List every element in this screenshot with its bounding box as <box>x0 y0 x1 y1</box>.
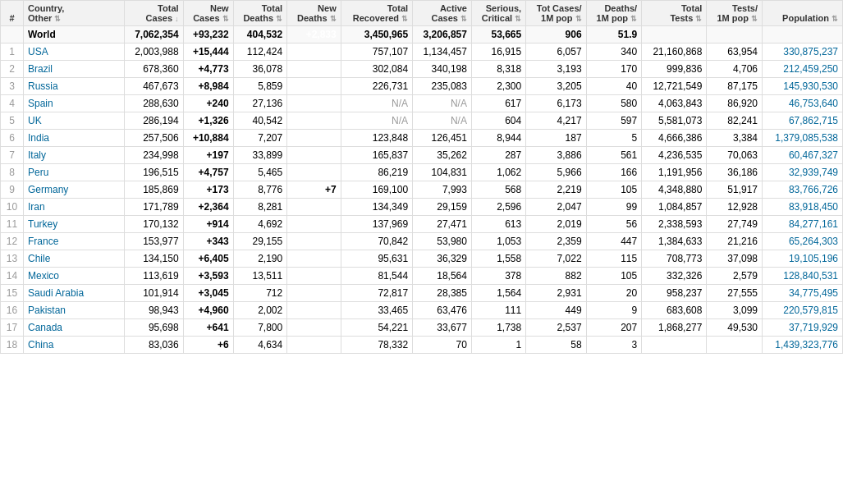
total-deaths: 40,542 <box>233 112 287 130</box>
tests-per-pop <box>707 337 763 354</box>
total-recovered: N/A <box>341 112 412 130</box>
country-name[interactable]: Chile <box>24 250 125 268</box>
total-tests: 12,721,549 <box>642 78 707 95</box>
table-row: 18China83,036+64,63478,3327015831,439,32… <box>1 337 843 354</box>
col-country[interactable]: Country, Other ⇅ <box>24 1 125 26</box>
total-recovered: 302,084 <box>341 61 412 78</box>
new-deaths: +72 <box>287 199 341 216</box>
serious-critical: 1,062 <box>471 164 525 181</box>
col-total-cases[interactable]: Total Cases ↓ <box>124 1 183 26</box>
world-new-deaths: +2,833 <box>287 26 341 44</box>
total-deaths: 33,899 <box>233 147 287 164</box>
col-total-deaths[interactable]: Total Deaths ⇅ <box>233 1 287 26</box>
total-tests: 2,338,593 <box>642 216 707 233</box>
total-deaths: 4,634 <box>233 337 287 354</box>
row-num: 15 <box>1 285 24 302</box>
tests-per-pop: 70,063 <box>707 147 763 164</box>
row-num: 11 <box>1 216 24 233</box>
country-name[interactable]: Russia <box>24 78 125 95</box>
col-new-deaths[interactable]: New Deaths ⇅ <box>287 1 341 26</box>
country-name[interactable]: Saudi Arabia <box>24 285 125 302</box>
country-name[interactable]: Mexico <box>24 268 125 285</box>
country-name[interactable]: Peru <box>24 164 125 181</box>
active-cases: 27,471 <box>413 216 472 233</box>
country-name[interactable]: Germany <box>24 181 125 199</box>
table-row: 15Saudi Arabia101,914+3,045712+3672,8172… <box>1 285 843 302</box>
new-cases: +3,593 <box>183 268 233 285</box>
table-row: 16Pakistan98,943+4,9602,002+6733,46563,4… <box>1 302 843 319</box>
serious-critical: 1,053 <box>471 233 525 250</box>
new-deaths: +328 <box>287 44 341 61</box>
total-tests: 4,236,535 <box>642 147 707 164</box>
country-name[interactable]: Iran <box>24 199 125 216</box>
tests-per-pop: 3,099 <box>707 302 763 319</box>
total-tests: 332,326 <box>642 268 707 285</box>
total-tests: 1,191,956 <box>642 164 707 181</box>
tot-cases-per-pop: 58 <box>526 337 586 354</box>
total-cases: 134,150 <box>124 250 183 268</box>
country-name[interactable]: UK <box>24 112 125 130</box>
col-new-cases[interactable]: New Cases ⇅ <box>183 1 233 26</box>
population: 330,875,237 <box>763 44 843 61</box>
tot-cases-per-pop: 7,022 <box>526 250 586 268</box>
country-name[interactable]: France <box>24 233 125 250</box>
total-cases: 196,515 <box>124 164 183 181</box>
col-num[interactable]: # <box>1 1 24 26</box>
deaths-per-pop: 170 <box>586 61 642 78</box>
country-name[interactable]: Turkey <box>24 216 125 233</box>
serious-critical: 568 <box>471 181 525 199</box>
total-recovered: 70,842 <box>341 233 412 250</box>
deaths-per-pop: 105 <box>586 181 642 199</box>
col-deaths-pop[interactable]: Deaths/ 1M pop ⇅ <box>586 1 642 26</box>
total-cases: 286,194 <box>124 112 183 130</box>
country-name[interactable]: Italy <box>24 147 125 164</box>
serious-critical: 1 <box>471 337 525 354</box>
table-row: 11Turkey170,132+9144,692+23137,96927,471… <box>1 216 843 233</box>
country-name[interactable]: USA <box>24 44 125 61</box>
col-tests-pop[interactable]: Tests/ 1M pop ⇅ <box>707 1 763 26</box>
row-num: 1 <box>1 44 24 61</box>
new-deaths: +261 <box>287 130 341 147</box>
row-num: 7 <box>1 147 24 164</box>
tot-cases-per-pop: 882 <box>526 268 586 285</box>
total-deaths: 29,155 <box>233 233 287 250</box>
active-cases: 29,159 <box>413 199 472 216</box>
tot-cases-per-pop: 3,193 <box>526 61 586 78</box>
active-cases: 104,831 <box>413 164 472 181</box>
col-tot-cases-pop[interactable]: Tot Cases/ 1M pop ⇅ <box>526 1 586 26</box>
deaths-per-pop: 340 <box>586 44 642 61</box>
country-name[interactable]: Spain <box>24 95 125 112</box>
country-name[interactable]: Canada <box>24 319 125 337</box>
new-deaths: +7 <box>287 181 341 199</box>
active-cases: 1,134,457 <box>413 44 472 61</box>
world-row: World 7,062,354 +93,232 404,532 +2,833 3… <box>1 26 843 44</box>
world-active-cases: 3,206,857 <box>413 26 472 44</box>
world-total-recovered: 3,450,965 <box>341 26 412 44</box>
col-serious[interactable]: Serious, Critical ⇅ <box>471 1 525 26</box>
col-total-recovered[interactable]: Total Recovered ⇅ <box>341 1 412 26</box>
country-name[interactable]: China <box>24 337 125 354</box>
new-deaths: +36 <box>287 285 341 302</box>
world-new-cases: +93,232 <box>183 26 233 44</box>
total-tests: 1,084,857 <box>642 199 707 216</box>
total-tests: 4,063,843 <box>642 95 707 112</box>
country-name[interactable]: India <box>24 130 125 147</box>
total-deaths: 5,859 <box>233 78 287 95</box>
total-cases: 98,943 <box>124 302 183 319</box>
population: 145,930,530 <box>763 78 843 95</box>
serious-critical: 8,318 <box>471 61 525 78</box>
sort-icon: ⇅ <box>630 15 637 23</box>
col-total-tests[interactable]: Total Tests ⇅ <box>642 1 707 26</box>
world-num <box>1 26 24 44</box>
country-name[interactable]: Brazil <box>24 61 125 78</box>
serious-critical: 8,944 <box>471 130 525 147</box>
new-cases: +10,884 <box>183 130 233 147</box>
country-name[interactable]: Pakistan <box>24 302 125 319</box>
new-cases: +240 <box>183 95 233 112</box>
tests-per-pop: 27,749 <box>707 216 763 233</box>
col-active-cases[interactable]: Active Cases ⇅ <box>413 1 472 26</box>
col-population[interactable]: Population ⇅ <box>763 1 843 26</box>
world-country: World <box>24 26 125 44</box>
new-cases: +6,405 <box>183 250 233 268</box>
population: 32,939,749 <box>763 164 843 181</box>
